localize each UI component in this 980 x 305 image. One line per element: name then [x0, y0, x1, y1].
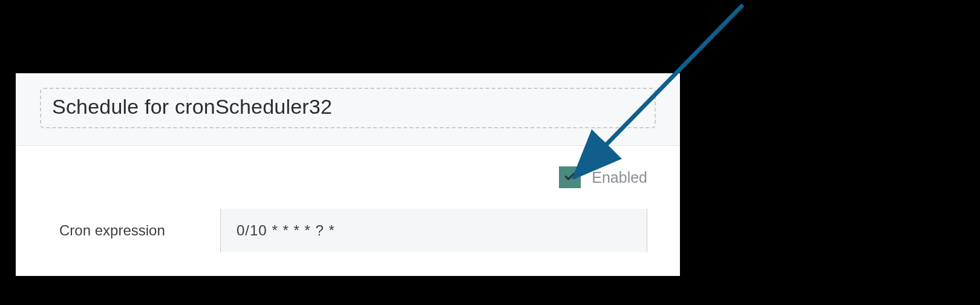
schedule-title-input[interactable] [40, 88, 656, 128]
cron-input-wrap [220, 209, 656, 252]
panel-body: Enabled Cron expression [16, 146, 680, 252]
cron-field-row: Cron expression [40, 209, 656, 252]
cron-expression-label: Cron expression [40, 222, 220, 239]
schedule-panel: Enabled Cron expression [16, 73, 680, 276]
enabled-label: Enabled [592, 169, 647, 186]
enabled-row: Enabled [40, 166, 656, 188]
panel-header [16, 73, 680, 146]
check-icon [564, 170, 576, 185]
enabled-checkbox[interactable] [559, 166, 581, 188]
cron-expression-input[interactable] [220, 209, 647, 252]
